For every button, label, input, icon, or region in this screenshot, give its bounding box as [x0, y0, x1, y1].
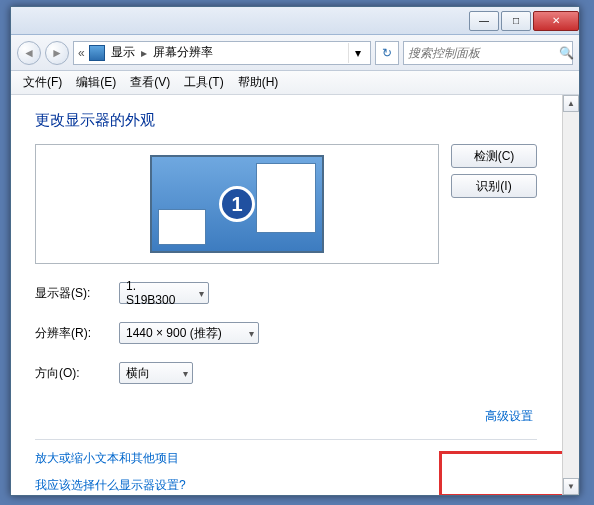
content-area: 更改显示器的外观 1 检测(C) 识别(I) 显示器(S): 1. S19B30… — [11, 95, 579, 495]
breadcrumb[interactable]: « 显示 ▸ 屏幕分辨率 ▾ — [73, 41, 371, 65]
search-input[interactable] — [408, 46, 559, 60]
refresh-button[interactable]: ↻ — [375, 41, 399, 65]
titlebar: — □ ✕ — [11, 7, 579, 35]
display-label: 显示器(S): — [35, 285, 107, 302]
detect-button[interactable]: 检测(C) — [451, 144, 537, 168]
menu-help[interactable]: 帮助(H) — [232, 72, 285, 93]
resolution-combo[interactable]: 1440 × 900 (推荐) — [119, 322, 259, 344]
navbar: ◄ ► « 显示 ▸ 屏幕分辨率 ▾ ↻ 🔍 — [11, 35, 579, 71]
menu-edit[interactable]: 编辑(E) — [70, 72, 122, 93]
text-size-link[interactable]: 放大或缩小文本和其他项目 — [35, 450, 537, 467]
close-button[interactable]: ✕ — [533, 11, 579, 31]
preview-window-large — [256, 163, 316, 233]
control-panel-window: — □ ✕ ◄ ► « 显示 ▸ 屏幕分辨率 ▾ ↻ 🔍 文件(F) 编辑(E)… — [10, 6, 580, 496]
back-button[interactable]: ◄ — [17, 41, 41, 65]
preview-window-small — [158, 209, 206, 245]
menu-file[interactable]: 文件(F) — [17, 72, 68, 93]
chevron-right-icon: ▸ — [141, 46, 147, 60]
advanced-settings-link[interactable]: 高级设置 — [485, 409, 533, 423]
page-heading: 更改显示器的外观 — [35, 111, 537, 130]
monitor-thumbnail[interactable]: 1 — [150, 155, 324, 253]
maximize-button[interactable]: □ — [501, 11, 531, 31]
menu-view[interactable]: 查看(V) — [124, 72, 176, 93]
menu-tools[interactable]: 工具(T) — [178, 72, 229, 93]
identify-button[interactable]: 识别(I) — [451, 174, 537, 198]
menubar: 文件(F) 编辑(E) 查看(V) 工具(T) 帮助(H) — [11, 71, 579, 95]
display-icon — [89, 45, 105, 61]
vertical-scrollbar[interactable]: ▲ ▼ — [562, 95, 579, 495]
orientation-combo[interactable]: 横向 — [119, 362, 193, 384]
monitor-preview[interactable]: 1 — [35, 144, 439, 264]
breadcrumb-current[interactable]: 屏幕分辨率 — [151, 44, 215, 61]
scroll-up-icon[interactable]: ▲ — [563, 95, 579, 112]
minimize-button[interactable]: — — [469, 11, 499, 31]
breadcrumb-root[interactable]: 显示 — [109, 44, 137, 61]
divider — [35, 439, 537, 440]
search-icon[interactable]: 🔍 — [559, 46, 574, 60]
search-box[interactable]: 🔍 — [403, 41, 573, 65]
monitor-number-badge: 1 — [219, 186, 255, 222]
orientation-label: 方向(O): — [35, 365, 107, 382]
history-chevron-icon[interactable]: « — [78, 46, 85, 60]
display-combo[interactable]: 1. S19B300 — [119, 282, 209, 304]
scroll-down-icon[interactable]: ▼ — [563, 478, 579, 495]
resolution-label: 分辨率(R): — [35, 325, 107, 342]
breadcrumb-dropdown-icon[interactable]: ▾ — [348, 43, 366, 63]
forward-button[interactable]: ► — [45, 41, 69, 65]
which-display-link[interactable]: 我应该选择什么显示器设置? — [35, 477, 537, 494]
